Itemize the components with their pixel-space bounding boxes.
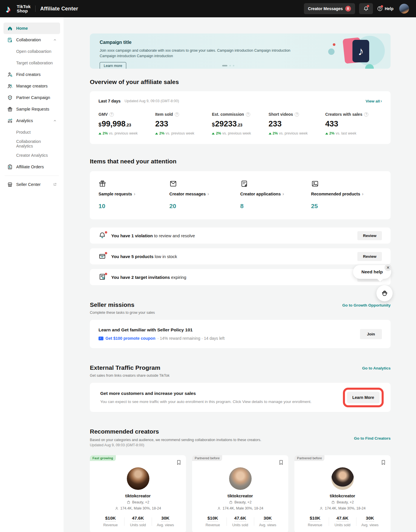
waving-hand-icon [381,290,388,297]
creator-messages-link[interactable]: Creator messages› [169,192,240,196]
go-to-analytics-link[interactable]: Go to Analytics [362,366,391,370]
sidebar-item-seller-center[interactable]: Seller Center [3,179,60,190]
close-icon[interactable]: ✕ [385,264,391,271]
user-avatar[interactable] [399,4,409,14]
overview-heading: Overview of your affiliate sales [90,79,391,85]
creator-avatar[interactable] [331,467,354,490]
home-icon [7,25,13,31]
creator-name[interactable]: tiktokcreator [97,494,179,498]
person-icon [319,506,323,510]
help-dot [381,5,383,8]
low-stock-alert-row: You have 5 products low in stock Review [90,248,391,264]
coupon-details: · 14% reward remaining · 14 days left [157,336,225,341]
sidebar-item-home[interactable]: Home [3,23,60,34]
invitations-alert-row: You have 2 target invitations expiring R… [90,269,391,285]
coupon-label[interactable]: Get $100 promote coupon [105,336,155,341]
go-to-find-creators-link[interactable]: Go to Find Creators [354,436,391,440]
help-hand-button[interactable] [376,285,393,301]
bookmark-icon[interactable] [176,459,182,466]
creator-units-sold: 47.6K [234,516,246,522]
recommended-products-link[interactable]: Recommended products› [311,192,382,196]
carousel-dot[interactable] [229,65,231,66]
question-icon[interactable] [175,112,179,117]
question-icon[interactable] [246,112,250,117]
affiliate-orders-icon [7,164,13,170]
gift-icon [99,180,106,188]
chevron-right-icon: › [283,192,284,196]
campaign-learn-more-button[interactable]: Learn more [100,62,126,69]
alert-dot [105,252,107,254]
sidebar-item-partner-campaign[interactable]: Partner Campaign [3,92,60,103]
recommended-updated: Updated Aug 9, 09:03 (GMT-8:00) [90,443,261,447]
carousel-dots[interactable] [222,65,234,66]
question-icon[interactable] [295,112,299,117]
trend-up-icon [325,132,328,135]
notifications-button[interactable] [359,3,373,14]
recommended-heading: Recommended creators [90,428,261,435]
invitation-alert-icon [99,273,107,281]
chevron-right-icon: › [134,192,135,196]
chevron-right-icon: › [362,192,363,196]
fast-growing-tag: Fast growing [90,455,116,461]
sidebar-item-product[interactable]: Product [3,126,60,138]
creator-avg-views: 30K [263,516,272,522]
creator-revenue: $10K [105,516,116,522]
creator-applications-link[interactable]: Creator applications› [240,192,311,196]
message-icon [169,180,177,188]
creator-revenue: $10K [207,516,218,522]
stat-gmv: GMV $99,998.23 2%vs. previous week [99,112,155,135]
sidebar-item-affiliate-orders[interactable]: Affiliate Orders [3,161,60,173]
sidebar-item-target-collaboration[interactable]: Target collaboration [3,57,60,69]
creator-name[interactable]: tiktokcreator [301,494,384,498]
collaboration-icon [7,37,13,43]
sidebar-item-analytics[interactable]: Analytics [3,115,60,126]
question-icon[interactable] [364,112,368,117]
sidebar-item-find-creators[interactable]: Find creators [3,69,60,80]
trend-up-icon [155,132,158,135]
date-range-label[interactable]: Last 7 days [99,99,120,103]
sidebar-item-collaboration[interactable]: Collaboration [3,34,60,46]
stat-item-sold: Item sold 233 2%vs. previous week [155,112,212,135]
find-creators-icon [7,72,13,77]
carousel-dot[interactable] [233,65,234,66]
creator-messages-button[interactable]: Creator Messages 8 [304,3,355,14]
review-violation-button[interactable]: Review [357,231,382,240]
mission-card: Learn and Get familiar with Seller Polic… [90,320,391,348]
bookmark-icon[interactable] [380,459,387,466]
sidebar-divider [5,176,59,176]
help-button[interactable]: Help [377,6,393,12]
person-icon [115,506,119,510]
bookmark-icon[interactable] [278,459,284,466]
join-mission-button[interactable]: Join [360,329,382,339]
creator-applications-count[interactable]: 8 [240,203,311,210]
recommended-products-count[interactable]: 25 [311,203,382,210]
growth-opportunity-link[interactable]: Go to Growth Opportunity [342,303,391,307]
stat-short-videos: Short videos 233 2%vs. previous week [269,112,325,135]
chevron-right-icon: › [207,192,209,196]
sidebar-item-open-collaboration[interactable]: Open collaboartion [3,46,60,57]
mission-title: Learn and Get familiar with Seller Polic… [99,327,224,333]
creator-avatar[interactable] [127,467,149,490]
attention-sample-requests: Sample requests› 10 [99,180,169,210]
creator-avatar[interactable] [229,467,252,490]
sample-requests-count[interactable]: 10 [99,203,169,210]
view-all-link[interactable]: View all › [365,99,382,103]
review-stock-button[interactable]: Review [357,252,382,261]
carousel-dot-active[interactable] [222,65,227,66]
red-highlight-annotation: Learn More [343,388,384,407]
stat-creators-with-sales: Creators with sales 433 2%vs. last week [325,112,382,135]
sidebar-item-collaboration-analytics[interactable]: Collaboration Analytics [3,138,60,150]
sidebar: Home Collaboration Open collaboartion Ta… [0,17,64,532]
sidebar-item-sample-requests[interactable]: Sample Requests [3,103,60,115]
sidebar-item-creator-analytics[interactable]: Creator Analytics [3,150,60,161]
attention-card: Sample requests› 10 Creator messages› 20… [90,171,391,219]
creator-name[interactable]: tiktokcreator [199,494,281,498]
creator-messages-count[interactable]: 20 [169,203,240,210]
campaign-illustration: ♪ [328,33,382,69]
sidebar-item-manage-creators[interactable]: Manage creators [3,80,60,92]
learn-more-button[interactable]: Learn More [347,392,380,403]
sample-requests-link[interactable]: Sample requests› [99,192,169,196]
question-icon[interactable] [109,112,114,117]
etp-card-title: Get more customers and increase your sal… [100,391,380,396]
brand-line-2: Shop [17,9,31,13]
